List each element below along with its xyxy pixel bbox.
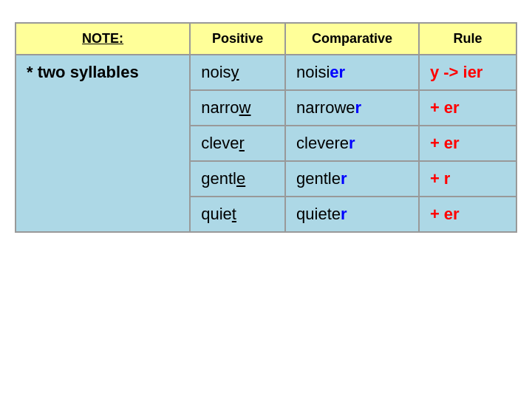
positive-cell: narrow <box>190 90 285 126</box>
header-comparative: Comparative <box>285 23 419 55</box>
comparative-cell: cleverer <box>285 126 419 161</box>
positive-cell: noisy <box>190 55 285 90</box>
rule-cell: y -> ier <box>419 55 516 90</box>
header-rule: Rule <box>419 23 516 55</box>
rule-cell: + r <box>419 161 516 197</box>
comparative-cell: noisier <box>285 55 419 90</box>
header-row: NOTE: Positive Comparative Rule <box>16 23 516 55</box>
main-table-wrapper: NOTE: Positive Comparative Rule * two sy… <box>15 22 517 233</box>
positive-cell: clever <box>190 126 285 161</box>
comparative-cell: quieter <box>285 197 419 232</box>
rule-cell: + er <box>419 126 516 161</box>
rule-cell: + er <box>419 90 516 126</box>
comparative-cell: gentler <box>285 161 419 197</box>
positive-cell: gentle <box>190 161 285 197</box>
header-note: NOTE: <box>16 23 190 55</box>
grammar-table: NOTE: Positive Comparative Rule * two sy… <box>15 22 517 233</box>
rule-cell: + er <box>419 197 516 232</box>
positive-cell: quiet <box>190 197 285 232</box>
comparative-cell: narrower <box>285 90 419 126</box>
table-row: * two syllablesnoisynoisiery -> ier <box>16 55 516 90</box>
note-cell: * two syllables <box>16 55 190 232</box>
header-positive: Positive <box>190 23 285 55</box>
